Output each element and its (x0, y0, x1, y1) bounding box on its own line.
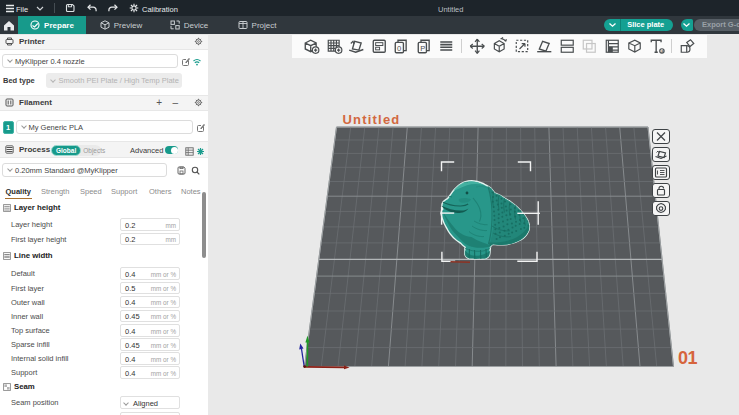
svg-text:0: 0 (397, 44, 401, 53)
svg-text:P: P (420, 44, 425, 53)
svg-text:a: a (660, 49, 663, 54)
